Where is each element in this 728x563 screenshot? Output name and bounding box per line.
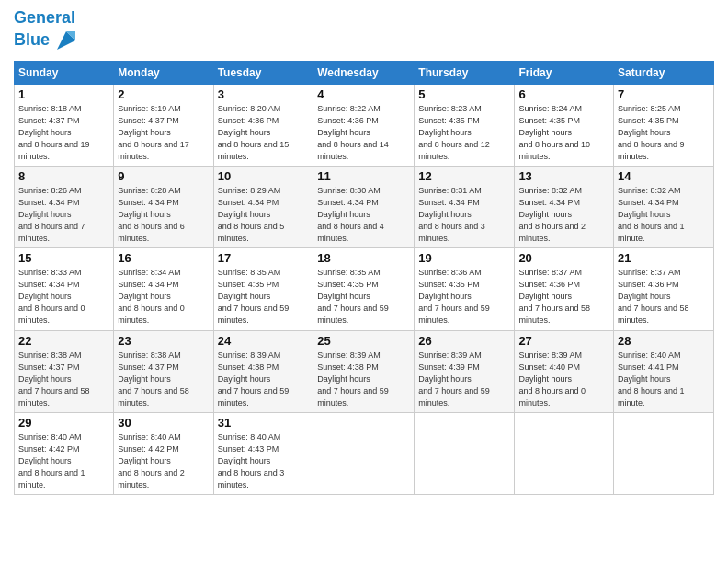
day-info: Sunrise: 8:29 AM Sunset: 4:34 PM Dayligh…	[218, 185, 310, 245]
calendar-cell: 30 Sunrise: 8:40 AM Sunset: 4:42 PM Dayl…	[114, 412, 213, 494]
day-info: Sunrise: 8:22 AM Sunset: 4:36 PM Dayligh…	[317, 103, 410, 163]
day-number: 1	[18, 87, 109, 101]
day-number: 27	[518, 334, 609, 348]
day-info: Sunrise: 8:35 AM Sunset: 4:35 PM Dayligh…	[317, 267, 410, 327]
day-info: Sunrise: 8:20 AM Sunset: 4:36 PM Dayligh…	[218, 103, 310, 163]
day-number: 9	[118, 169, 209, 183]
day-number: 29	[18, 416, 109, 430]
day-number: 2	[118, 87, 209, 101]
calendar-cell: 25 Sunrise: 8:39 AM Sunset: 4:38 PM Dayl…	[313, 330, 415, 412]
day-info: Sunrise: 8:19 AM Sunset: 4:37 PM Dayligh…	[118, 103, 209, 163]
day-number: 14	[618, 169, 710, 183]
day-info: Sunrise: 8:30 AM Sunset: 4:34 PM Dayligh…	[317, 185, 410, 245]
day-number: 17	[218, 251, 310, 265]
calendar-cell: 15 Sunrise: 8:33 AM Sunset: 4:34 PM Dayl…	[15, 248, 114, 330]
day-number: 24	[218, 334, 310, 348]
calendar-cell: 27 Sunrise: 8:39 AM Sunset: 4:40 PM Dayl…	[515, 330, 614, 412]
day-number: 19	[418, 251, 510, 265]
calendar-cell: 9 Sunrise: 8:28 AM Sunset: 4:34 PM Dayli…	[114, 167, 213, 248]
day-info: Sunrise: 8:40 AM Sunset: 4:41 PM Dayligh…	[618, 350, 710, 409]
day-info: Sunrise: 8:26 AM Sunset: 4:34 PM Dayligh…	[18, 185, 109, 245]
day-number: 5	[418, 87, 510, 101]
day-info: Sunrise: 8:34 AM Sunset: 4:34 PM Dayligh…	[118, 267, 209, 327]
calendar-cell: 16 Sunrise: 8:34 AM Sunset: 4:34 PM Dayl…	[114, 248, 213, 330]
day-number: 25	[317, 334, 410, 348]
day-info: Sunrise: 8:39 AM Sunset: 4:38 PM Dayligh…	[317, 350, 410, 409]
day-number: 16	[118, 251, 209, 265]
day-info: Sunrise: 8:37 AM Sunset: 4:36 PM Dayligh…	[618, 267, 710, 327]
calendar-cell: 17 Sunrise: 8:35 AM Sunset: 4:35 PM Dayl…	[213, 248, 313, 330]
day-info: Sunrise: 8:24 AM Sunset: 4:35 PM Dayligh…	[518, 103, 609, 163]
day-of-week-header: Thursday	[415, 61, 515, 84]
day-info: Sunrise: 8:31 AM Sunset: 4:34 PM Dayligh…	[418, 185, 510, 245]
calendar-cell: 29 Sunrise: 8:40 AM Sunset: 4:42 PM Dayl…	[15, 412, 114, 494]
day-number: 31	[218, 416, 310, 430]
day-number: 15	[18, 251, 109, 265]
day-number: 6	[518, 87, 609, 101]
calendar-cell: 8 Sunrise: 8:26 AM Sunset: 4:34 PM Dayli…	[15, 167, 114, 248]
day-number: 7	[618, 87, 710, 101]
logo-icon	[53, 28, 79, 53]
day-info: Sunrise: 8:32 AM Sunset: 4:34 PM Dayligh…	[518, 185, 609, 245]
day-number: 21	[618, 251, 710, 265]
day-info: Sunrise: 8:39 AM Sunset: 4:40 PM Dayligh…	[518, 350, 609, 409]
calendar-cell: 5 Sunrise: 8:23 AM Sunset: 4:35 PM Dayli…	[415, 84, 515, 166]
day-info: Sunrise: 8:28 AM Sunset: 4:34 PM Dayligh…	[118, 185, 209, 245]
calendar-cell: 10 Sunrise: 8:29 AM Sunset: 4:34 PM Dayl…	[213, 167, 313, 248]
logo-text: General	[14, 9, 79, 28]
day-number: 18	[317, 251, 410, 265]
calendar-cell: 26 Sunrise: 8:39 AM Sunset: 4:39 PM Dayl…	[415, 330, 515, 412]
day-info: Sunrise: 8:39 AM Sunset: 4:38 PM Dayligh…	[218, 350, 310, 409]
calendar-cell: 14 Sunrise: 8:32 AM Sunset: 4:34 PM Dayl…	[614, 167, 714, 248]
day-number: 30	[118, 416, 209, 430]
calendar-cell: 24 Sunrise: 8:39 AM Sunset: 4:38 PM Dayl…	[213, 330, 313, 412]
day-info: Sunrise: 8:18 AM Sunset: 4:37 PM Dayligh…	[18, 103, 109, 163]
calendar-table: SundayMondayTuesdayWednesdayThursdayFrid…	[14, 61, 714, 495]
day-info: Sunrise: 8:36 AM Sunset: 4:35 PM Dayligh…	[418, 267, 510, 327]
day-number: 10	[218, 169, 310, 183]
day-info: Sunrise: 8:37 AM Sunset: 4:36 PM Dayligh…	[518, 267, 609, 327]
day-info: Sunrise: 8:39 AM Sunset: 4:39 PM Dayligh…	[418, 350, 510, 409]
day-number: 20	[518, 251, 609, 265]
day-of-week-header: Friday	[515, 61, 614, 84]
calendar-cell: 3 Sunrise: 8:20 AM Sunset: 4:36 PM Dayli…	[213, 84, 313, 166]
day-number: 13	[518, 169, 609, 183]
page: General Blue SundayMondayTuesdayWednesda…	[0, 0, 728, 563]
calendar-cell	[415, 412, 515, 494]
calendar-cell: 1 Sunrise: 8:18 AM Sunset: 4:37 PM Dayli…	[15, 84, 114, 166]
calendar-cell: 22 Sunrise: 8:38 AM Sunset: 4:37 PM Dayl…	[15, 330, 114, 412]
day-number: 11	[317, 169, 410, 183]
calendar-cell: 20 Sunrise: 8:37 AM Sunset: 4:36 PM Dayl…	[515, 248, 614, 330]
day-info: Sunrise: 8:32 AM Sunset: 4:34 PM Dayligh…	[618, 185, 710, 245]
day-of-week-header: Sunday	[15, 61, 114, 84]
calendar-cell: 18 Sunrise: 8:35 AM Sunset: 4:35 PM Dayl…	[313, 248, 415, 330]
calendar-cell: 19 Sunrise: 8:36 AM Sunset: 4:35 PM Dayl…	[415, 248, 515, 330]
day-of-week-header: Saturday	[614, 61, 714, 84]
day-number: 3	[218, 87, 310, 101]
day-of-week-header: Tuesday	[213, 61, 313, 84]
logo-blue: Blue	[14, 31, 50, 50]
day-number: 12	[418, 169, 510, 183]
calendar-cell: 28 Sunrise: 8:40 AM Sunset: 4:41 PM Dayl…	[614, 330, 714, 412]
day-info: Sunrise: 8:33 AM Sunset: 4:34 PM Dayligh…	[18, 267, 109, 327]
day-number: 22	[18, 334, 109, 348]
day-info: Sunrise: 8:25 AM Sunset: 4:35 PM Dayligh…	[618, 103, 710, 163]
day-info: Sunrise: 8:35 AM Sunset: 4:35 PM Dayligh…	[218, 267, 310, 327]
calendar-cell: 7 Sunrise: 8:25 AM Sunset: 4:35 PM Dayli…	[614, 84, 714, 166]
day-info: Sunrise: 8:40 AM Sunset: 4:43 PM Dayligh…	[218, 431, 310, 491]
day-number: 28	[618, 334, 710, 348]
calendar-cell: 23 Sunrise: 8:38 AM Sunset: 4:37 PM Dayl…	[114, 330, 213, 412]
calendar-cell: 6 Sunrise: 8:24 AM Sunset: 4:35 PM Dayli…	[515, 84, 614, 166]
day-info: Sunrise: 8:38 AM Sunset: 4:37 PM Dayligh…	[18, 350, 109, 409]
calendar-cell: 13 Sunrise: 8:32 AM Sunset: 4:34 PM Dayl…	[515, 167, 614, 248]
day-info: Sunrise: 8:38 AM Sunset: 4:37 PM Dayligh…	[118, 350, 209, 409]
calendar-cell	[614, 412, 714, 494]
calendar-cell: 12 Sunrise: 8:31 AM Sunset: 4:34 PM Dayl…	[415, 167, 515, 248]
day-number: 4	[317, 87, 410, 101]
logo: General Blue	[14, 9, 79, 53]
day-number: 23	[118, 334, 209, 348]
day-of-week-header: Monday	[114, 61, 213, 84]
day-info: Sunrise: 8:23 AM Sunset: 4:35 PM Dayligh…	[418, 103, 510, 163]
calendar-cell: 21 Sunrise: 8:37 AM Sunset: 4:36 PM Dayl…	[614, 248, 714, 330]
day-info: Sunrise: 8:40 AM Sunset: 4:42 PM Dayligh…	[18, 431, 109, 491]
